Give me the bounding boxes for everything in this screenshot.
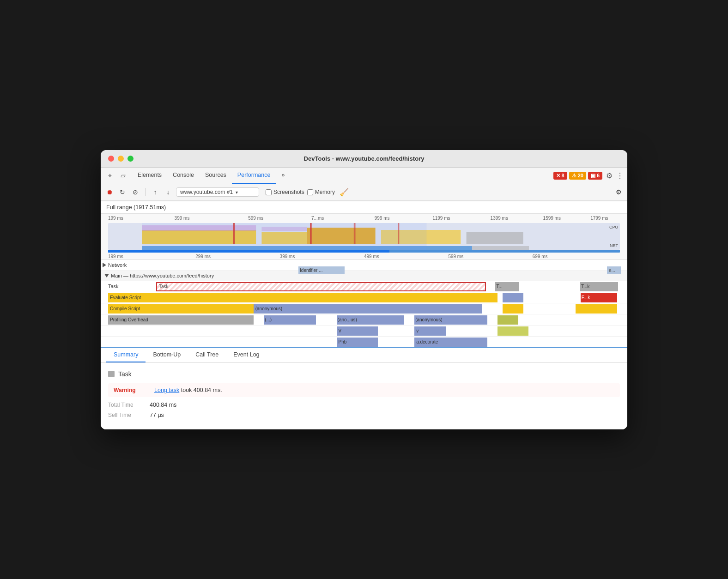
tab-call-tree[interactable]: Call Tree: [188, 348, 226, 362]
warning-text: Long task took 400.84 ms.: [154, 387, 222, 393]
tab-sources[interactable]: Sources: [200, 167, 232, 184]
tick-199: 199 ms: [108, 216, 123, 221]
phb-block[interactable]: Phb: [337, 338, 378, 347]
profiling-block[interactable]: Profiling Overhead: [108, 315, 254, 325]
tick-7ms: 7...ms: [311, 216, 324, 221]
v-row-content[interactable]: V v: [108, 326, 627, 336]
tab-bottom-up[interactable]: Bottom-Up: [146, 348, 188, 362]
anonymous-block[interactable]: (anonymous): [254, 304, 482, 314]
tick-1199: 1199 ms: [432, 216, 450, 221]
reload-button[interactable]: ↻: [117, 187, 127, 197]
flame-row-profiling: Profiling Overhead (...) (ano...us) (ano…: [101, 314, 627, 326]
svg-rect-13: [142, 223, 427, 250]
paren-block[interactable]: (...): [264, 315, 315, 325]
bottom-panel: Summary Bottom-Up Call Tree Event Log Ta…: [101, 348, 627, 429]
evaluate-fk-block[interactable]: F...k: [581, 293, 617, 302]
window-title: DevTools - www.youtube.com/feed/history: [304, 155, 425, 162]
screenshots-checkbox[interactable]: [266, 189, 272, 195]
evaluate-script-block[interactable]: Evaluate Script: [108, 293, 497, 302]
compile-row-content[interactable]: Compile Script (anonymous): [108, 303, 627, 314]
collapse-main-icon[interactable]: [104, 274, 109, 277]
v-block[interactable]: V: [337, 326, 378, 336]
clear-button[interactable]: ⊘: [130, 187, 140, 197]
screenshots-checkbox-label[interactable]: Screenshots: [266, 189, 304, 195]
phb-row-content[interactable]: Phb a.decorate: [108, 337, 627, 347]
traffic-lights: [108, 156, 133, 162]
tab-more[interactable]: »: [276, 167, 290, 184]
tick-599: 599 ms: [248, 216, 263, 221]
profiling-row-content[interactable]: Profiling Overhead (...) (ano...us) (ano…: [108, 314, 627, 325]
more-options-icon[interactable]: ⋮: [616, 171, 624, 180]
settings-icon[interactable]: ⚙: [606, 171, 613, 180]
memory-checkbox[interactable]: [307, 189, 313, 195]
cpu-label: CPU: [609, 225, 618, 229]
task-block-main[interactable]: Task: [156, 282, 486, 291]
record-button[interactable]: ⏺: [104, 187, 115, 197]
devtools-window: DevTools - www.youtube.com/feed/history …: [101, 150, 627, 429]
device-icon[interactable]: ▱: [117, 170, 128, 181]
network-dots: e...: [607, 266, 621, 274]
flame-row-task: Task Task T... T...k: [101, 281, 627, 292]
anous-block[interactable]: (ano...us): [337, 315, 404, 325]
profiling-olive: [497, 315, 518, 325]
main-section-label: Main — https://www.youtube.com/feed/hist…: [111, 273, 214, 278]
bottom-tick-299: 299 ms: [195, 254, 211, 259]
toolbar-right: ⚙: [613, 187, 624, 197]
tab-summary[interactable]: Summary: [106, 348, 146, 362]
compile-script-block[interactable]: Compile Script: [108, 304, 254, 314]
task-color-box: [108, 371, 115, 377]
upload-button[interactable]: ↑: [150, 187, 160, 197]
expand-network-icon[interactable]: [103, 263, 106, 267]
task-block-tk[interactable]: T...k: [580, 282, 618, 291]
tick-1799: 1799 ms: [590, 216, 608, 221]
tab-event-log[interactable]: Event Log: [226, 348, 267, 362]
tab-icons: ⌖ ▱: [104, 170, 128, 181]
decorate-block[interactable]: a.decorate: [414, 338, 487, 347]
broom-icon[interactable]: 🧹: [340, 188, 349, 197]
info-badge: ▣ 6: [588, 172, 602, 180]
url-selector[interactable]: www.youtube.com #1 ▾: [176, 187, 259, 197]
tab-performance[interactable]: Performance: [232, 167, 276, 184]
warning-row: Warning Long task took 400.84 ms.: [108, 383, 620, 397]
anonymous2-block[interactable]: (anonymous): [414, 315, 487, 325]
compile-small-blocks: [576, 304, 617, 314]
screenshots-group: Screenshots Memory 🧹: [266, 188, 349, 197]
net-label: NET: [610, 243, 618, 248]
chevron-down-icon: ▾: [236, 190, 238, 195]
minimize-button[interactable]: [118, 156, 124, 162]
evaluate-small-block[interactable]: [503, 293, 523, 302]
timeline-overview[interactable]: 199 ms 399 ms 599 ms 7...ms 999 ms 1199 …: [101, 214, 627, 260]
v-small-block[interactable]: v: [414, 326, 445, 336]
tick-1399: 1399 ms: [491, 216, 508, 221]
long-task-link[interactable]: Long task: [154, 387, 179, 393]
task-row-content[interactable]: Task T... T...k: [156, 281, 627, 292]
self-time-row: Self Time 77 μs: [108, 412, 620, 418]
bottom-tick-699: 699 ms: [533, 254, 548, 259]
close-button[interactable]: [108, 156, 114, 162]
compile-yellow-right[interactable]: [503, 304, 523, 314]
tab-console[interactable]: Console: [167, 167, 200, 184]
task-name: Task: [118, 370, 132, 378]
maximize-button[interactable]: [127, 156, 133, 162]
tick-399: 399 ms: [175, 216, 190, 221]
main-section-header: Main — https://www.youtube.com/feed/hist…: [101, 271, 627, 281]
network-row-label: Network: [108, 262, 127, 268]
flame-chart: Task Task T... T...k: [101, 281, 627, 348]
download-button[interactable]: ↓: [163, 187, 173, 197]
title-bar: DevTools - www.youtube.com/feed/history: [101, 150, 627, 168]
evaluate-row-content[interactable]: Evaluate Script F...k: [108, 292, 627, 303]
devtools-body: Full range (1917.51ms) 199 ms 399 ms 599…: [101, 201, 627, 429]
inspect-icon[interactable]: ⌖: [104, 170, 115, 181]
flame-row-evaluate: Evaluate Script F...k: [101, 292, 627, 303]
full-range-header: Full range (1917.51ms): [101, 201, 627, 214]
error-badge: ✕ 8: [553, 172, 567, 180]
flame-row-compile: Compile Script (anonymous): [101, 303, 627, 314]
network-label: Network: [103, 262, 158, 268]
memory-checkbox-label[interactable]: Memory: [307, 189, 335, 195]
total-time-row: Total Time 400.84 ms: [108, 402, 620, 408]
flame-row-v: V v: [101, 326, 627, 337]
performance-settings-icon[interactable]: ⚙: [613, 187, 624, 197]
task-block-t[interactable]: T...: [495, 282, 519, 291]
tab-elements[interactable]: Elements: [132, 167, 167, 184]
flame-row-phb: Phb a.decorate: [101, 337, 627, 348]
